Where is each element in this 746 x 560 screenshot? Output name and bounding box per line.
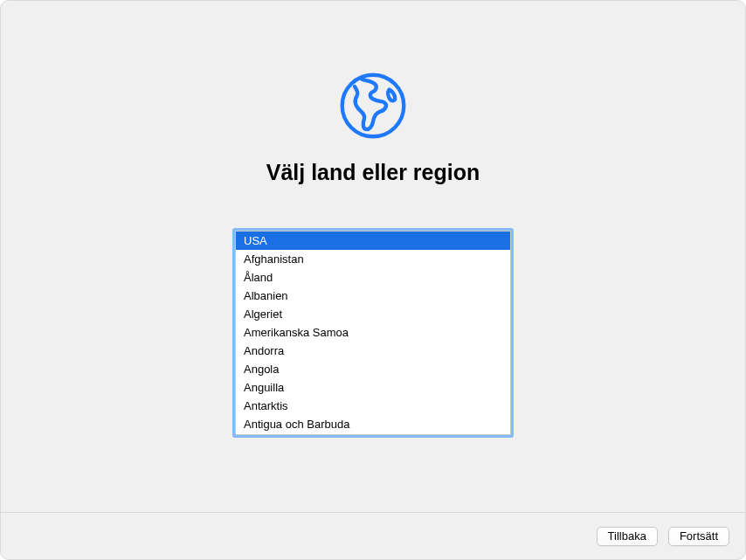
country-option[interactable]: Anguilla <box>236 378 510 397</box>
country-option[interactable]: Antigua och Barbuda <box>236 415 510 433</box>
globe-icon <box>336 69 410 142</box>
footer-bar: Tillbaka Fortsätt <box>1 512 745 559</box>
country-option[interactable]: Albanien <box>236 287 510 305</box>
country-option[interactable]: USA <box>236 232 510 250</box>
country-option[interactable]: Angola <box>236 360 510 378</box>
back-button[interactable]: Tillbaka <box>597 527 658 546</box>
setup-assistant-window: Välj land eller region USAAfghanistanÅla… <box>0 0 746 560</box>
country-list[interactable]: USAAfghanistanÅlandAlbanienAlgerietAmeri… <box>235 231 511 435</box>
page-title: Välj land eller region <box>266 160 480 185</box>
continue-button[interactable]: Fortsätt <box>668 527 729 546</box>
country-option[interactable]: Algeriet <box>236 305 510 323</box>
country-option[interactable]: Andorra <box>236 342 510 360</box>
country-option[interactable]: Amerikanska Samoa <box>236 323 510 342</box>
main-content: Välj land eller region USAAfghanistanÅla… <box>1 1 745 512</box>
country-option[interactable]: Åland <box>236 268 510 287</box>
country-option[interactable]: Antarktis <box>236 397 510 415</box>
country-option[interactable]: Afghanistan <box>236 250 510 268</box>
